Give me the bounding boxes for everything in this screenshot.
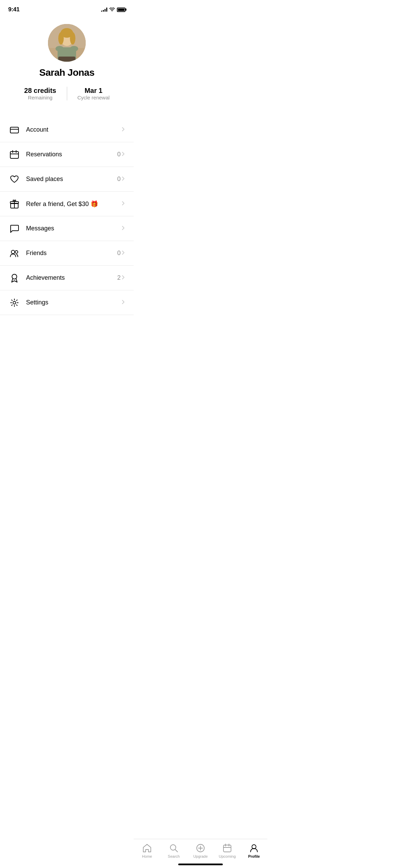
menu-item-messages[interactable]: Messages bbox=[0, 216, 134, 241]
status-icons bbox=[101, 8, 125, 12]
achievements-badge: 2 bbox=[117, 274, 121, 281]
refer-chevron bbox=[121, 201, 125, 207]
menu-section: Account Reservations 0 bbox=[0, 118, 134, 349]
account-label: Account bbox=[26, 126, 121, 133]
refer-label: Refer a friend, Get $30 🎁 bbox=[26, 200, 121, 208]
saved-places-badge: 0 bbox=[117, 176, 121, 183]
svg-point-21 bbox=[11, 250, 15, 254]
heart-icon bbox=[8, 173, 21, 185]
credits-value: 28 credits bbox=[21, 86, 60, 95]
svg-rect-11 bbox=[58, 57, 75, 62]
svg-point-24 bbox=[13, 301, 16, 304]
menu-item-settings[interactable]: Settings bbox=[0, 290, 134, 315]
friends-label: Friends bbox=[26, 250, 115, 257]
svg-point-10 bbox=[70, 46, 78, 51]
user-name: Sarah Jonas bbox=[39, 67, 94, 78]
credits-label: Remaining bbox=[21, 95, 60, 100]
svg-rect-14 bbox=[10, 152, 19, 158]
achievements-label: Achievements bbox=[26, 274, 115, 281]
menu-item-reservations[interactable]: Reservations 0 bbox=[0, 142, 134, 167]
stats-row: 28 credits Remaining Mar 1 Cycle renewal bbox=[0, 86, 134, 100]
menu-item-friends[interactable]: Friends 0 bbox=[0, 241, 134, 266]
card-icon bbox=[8, 124, 21, 136]
menu-item-refer[interactable]: Refer a friend, Get $30 🎁 bbox=[0, 192, 134, 216]
friends-badge: 0 bbox=[117, 250, 121, 257]
svg-point-23 bbox=[12, 274, 17, 279]
wifi-icon bbox=[109, 8, 115, 12]
messages-chevron bbox=[121, 226, 125, 232]
status-time: 9:41 bbox=[8, 6, 20, 13]
saved-places-chevron bbox=[121, 176, 125, 182]
renewal-value: Mar 1 bbox=[74, 86, 113, 95]
battery-icon bbox=[117, 8, 125, 12]
message-icon bbox=[8, 222, 21, 235]
achievements-chevron bbox=[121, 275, 125, 281]
menu-item-achievements[interactable]: Achievements 2 bbox=[0, 266, 134, 290]
svg-point-7 bbox=[70, 32, 75, 45]
achievement-icon bbox=[8, 272, 21, 284]
renewal-stat: Mar 1 Cycle renewal bbox=[74, 86, 113, 100]
credits-stat: 28 credits Remaining bbox=[21, 86, 60, 100]
reservations-label: Reservations bbox=[26, 151, 115, 158]
status-bar: 9:41 bbox=[0, 0, 134, 17]
svg-rect-12 bbox=[10, 127, 19, 133]
svg-point-22 bbox=[15, 251, 18, 253]
stats-divider bbox=[67, 87, 67, 100]
menu-item-account[interactable]: Account bbox=[0, 118, 134, 142]
settings-label: Settings bbox=[26, 299, 121, 306]
account-chevron bbox=[121, 127, 125, 133]
reservations-badge: 0 bbox=[117, 151, 121, 158]
signal-icon bbox=[101, 8, 107, 12]
menu-item-saved-places[interactable]: Saved places 0 bbox=[0, 167, 134, 192]
reservations-chevron bbox=[121, 152, 125, 158]
settings-chevron bbox=[121, 300, 125, 306]
messages-label: Messages bbox=[26, 225, 121, 232]
avatar bbox=[48, 24, 86, 62]
svg-point-6 bbox=[58, 32, 64, 45]
profile-section: Sarah Jonas 28 credits Remaining Mar 1 C… bbox=[0, 17, 134, 111]
friends-chevron bbox=[121, 250, 125, 256]
calendar-icon bbox=[8, 148, 21, 161]
gift-icon bbox=[8, 198, 21, 210]
saved-places-label: Saved places bbox=[26, 176, 115, 183]
friends-icon bbox=[8, 247, 21, 260]
svg-point-9 bbox=[56, 46, 64, 51]
renewal-label: Cycle renewal bbox=[74, 95, 113, 100]
settings-icon bbox=[8, 297, 21, 309]
